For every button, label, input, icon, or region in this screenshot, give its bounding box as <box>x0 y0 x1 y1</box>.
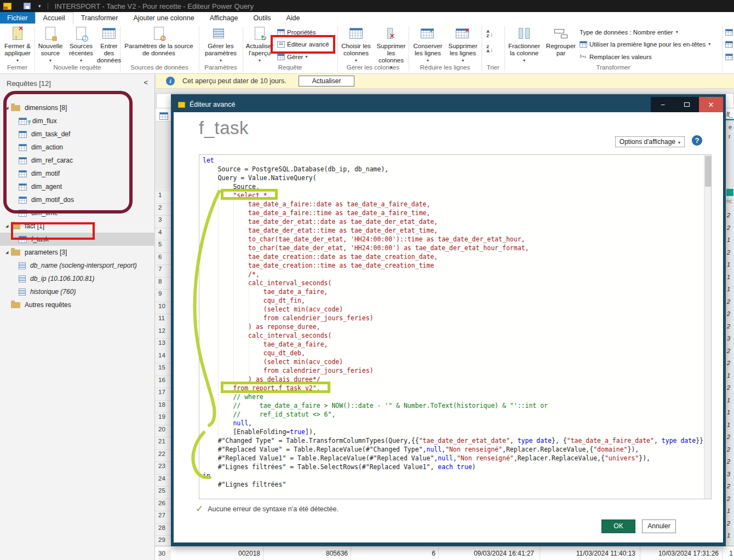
code-scrollbar[interactable] <box>704 155 711 499</box>
properties-button[interactable]: Propriétés <box>277 26 316 38</box>
manage-parameters-button[interactable]: Gérer les paramètres▾ <box>200 25 241 64</box>
sidebar-item-db_name[interactable]: db_name (socleng-intersport_report) <box>0 259 155 272</box>
new-source-button[interactable]: Nouvelle source▾ <box>36 25 65 64</box>
save-icon[interactable] <box>24 3 31 9</box>
ok-button[interactable]: OK <box>601 519 635 533</box>
cancel-button[interactable]: Annuler <box>642 519 676 533</box>
manage-button[interactable]: Gérer▾ <box>277 51 307 62</box>
sidebar-item-dim_agent[interactable]: dim_agent <box>0 180 155 193</box>
minimize-button[interactable]: – <box>651 97 675 112</box>
sort-ascending-button[interactable]: AZ↓ <box>486 28 493 39</box>
tab-outils[interactable]: Outils <box>246 12 279 24</box>
code-line[interactable]: cqu_dt_deb, <box>203 349 711 357</box>
code-line[interactable]: #"Lignes filtrées" <box>203 480 711 489</box>
sort-descending-button[interactable]: ZA↓ <box>486 43 493 55</box>
code-line[interactable]: in <box>203 471 711 480</box>
code-line[interactable]: ) as reponse_duree, <box>203 322 711 331</box>
sidebar-group-Autres[interactable]: Autres requêtes <box>0 298 155 311</box>
sidebar-item-dim_task_def[interactable]: dim_task_def <box>0 128 155 141</box>
code-line[interactable]: // tae_date_a_faire > NOW()::date - '" &… <box>203 401 711 410</box>
tab-fichier[interactable]: Fichier <box>0 12 35 24</box>
code-line[interactable]: Query = Value.NativeQuery( <box>203 174 711 182</box>
tab-ajouter-colonne[interactable]: Ajouter une colonne <box>125 12 202 24</box>
code-line[interactable]: from calendrier_jours_feries) <box>203 314 711 322</box>
code-line[interactable]: tae_date_a_faire, <box>203 340 711 349</box>
code-line[interactable]: tae_date_der_etat::date as tae_date_der_… <box>203 217 711 226</box>
enter-data-button[interactable]: Entrer des données <box>98 25 121 64</box>
combine-files-button[interactable]: C <box>725 51 734 62</box>
quick-access-dropdown-icon[interactable]: ▾ <box>38 3 41 9</box>
sidebar-item-dim_motif[interactable]: dim_motif <box>0 167 155 180</box>
code-line[interactable]: tae_date_creation::date as tae_date_crea… <box>203 252 711 261</box>
code-line[interactable]: tae_date_der_etat::time as tae_date_der_… <box>203 226 711 235</box>
data-source-settings-button[interactable]: ⚙ Paramètres de la source de données <box>122 25 196 57</box>
code-line[interactable]: Source = PostgreSQL.Database(db_ip, db_n… <box>203 165 711 174</box>
keep-rows-button[interactable]: ✓ Conserver les lignes▾ <box>411 25 445 64</box>
sidebar-item-dim_flux[interactable]: ?dim_flux <box>0 114 155 128</box>
refresh-banner-button[interactable]: Actualiser <box>299 76 355 86</box>
sidebar-item-historique[interactable]: historique (760) <box>0 285 155 298</box>
code-line[interactable]: #"Replaced Value" = Table.ReplaceValue(#… <box>203 445 711 454</box>
code-line[interactable]: ) as delais_duree*/ <box>203 375 711 384</box>
code-line[interactable]: #"Lignes filtrées" = Table.SelectRows(#"… <box>203 463 711 471</box>
group-by-button[interactable]: Regrouper par <box>544 25 578 57</box>
code-line[interactable]: "select *, <box>203 191 711 200</box>
data-type-button[interactable]: Type de données : Nombre entier▾ <box>580 26 678 38</box>
sidebar-item-f_task[interactable]: f_task <box>0 233 155 246</box>
code-line[interactable]: from calendrier_jours_feries) <box>203 366 711 375</box>
sidebar-group-dimensions[interactable]: ◢dimensions [8] <box>0 101 155 114</box>
expander-icon[interactable]: ◢ <box>5 250 11 255</box>
code-line[interactable]: (select min(acv_code) <box>203 305 711 314</box>
sidebar-item-dim_action[interactable]: dim_action <box>0 141 155 154</box>
advanced-editor-button[interactable]: Éditeur avancé <box>277 38 329 50</box>
code-line[interactable]: cqu_dt_fin, <box>203 296 711 305</box>
code-editor[interactable]: let Source = PostgreSQL.Database(db_ip, … <box>199 154 712 499</box>
merge-queries-button[interactable]: F <box>725 26 734 38</box>
code-line[interactable]: null, <box>203 419 711 428</box>
refresh-preview-button[interactable]: ↻ Actualiser l'aperçu▾ <box>244 25 275 64</box>
code-line[interactable]: Source, <box>203 182 711 191</box>
collapse-pane-icon[interactable]: < <box>144 78 148 86</box>
tab-affichage[interactable]: Affichage <box>202 12 246 24</box>
code-line[interactable]: tae_date_a_faire::time as tae_date_a_fai… <box>203 209 711 217</box>
remove-rows-button[interactable]: ✕ Supprimer les lignes▾ <box>446 25 480 64</box>
expander-icon[interactable]: ◢ <box>5 224 11 228</box>
code-line[interactable]: calc_interval_seconds( <box>203 279 711 287</box>
tab-aide[interactable]: Aide <box>278 12 307 24</box>
sidebar-item-dim_time[interactable]: dim_time <box>0 206 155 220</box>
close-button[interactable]: ✕ <box>699 97 723 112</box>
help-icon[interactable]: ? <box>692 135 702 146</box>
code-line[interactable]: to_char(tae_date_der_etat, 'HH24:00:00')… <box>203 244 711 252</box>
code-line[interactable]: (select min(acv_code) <box>203 357 711 366</box>
code-line[interactable]: tae_date_a_faire, <box>203 287 711 296</box>
close-apply-button[interactable]: ✕↑ Fermer & appliquer▾ <box>1 25 34 64</box>
code-line[interactable]: /*, <box>203 270 711 279</box>
scrollbar-thumb[interactable] <box>705 156 711 187</box>
code-line[interactable]: // where <box>203 392 711 401</box>
sidebar-group-parameters[interactable]: ◢parameters [3] <box>0 246 155 259</box>
sidebar-group-fact[interactable]: ◢fact [1] <box>0 220 155 233</box>
tab-transformer[interactable]: Transformer <box>73 12 126 24</box>
select-all-corner-icon[interactable] <box>159 112 168 120</box>
code-line[interactable]: to_char(tae_date_der_etat, 'HH24:00:00')… <box>203 235 711 244</box>
tab-accueil[interactable]: Accueil <box>35 12 73 24</box>
code-line[interactable]: calc_interval_seconds( <box>203 331 711 340</box>
sidebar-item-dim_motif_dos[interactable]: dim_motif_dos <box>0 193 155 206</box>
first-row-headers-button[interactable]: Utiliser la première ligne pour les en-t… <box>580 38 710 50</box>
choose-columns-button[interactable]: Choisir les colonnes▾ <box>340 25 372 64</box>
code-line[interactable]: from report.f_task_v2", <box>203 384 711 392</box>
replace-values-button[interactable]: 1⤷₂ Remplacer les valeurs <box>580 51 652 62</box>
code-line[interactable]: #"Replaced Value1" = Table.ReplaceValue(… <box>203 454 711 463</box>
display-options-dropdown[interactable]: Options d'affichage▾ <box>615 136 685 147</box>
sidebar-item-dim_ref_carac[interactable]: dim_ref_carac <box>0 154 155 167</box>
code-line[interactable]: tae_date_creation::time as tae_date_crea… <box>203 261 711 270</box>
code-line[interactable]: tae_date_a_faire::date as tae_date_a_fai… <box>203 200 711 209</box>
append-queries-button[interactable]: A <box>725 38 734 50</box>
code-line[interactable]: #"Changed Type" = Table.TransformColumnT… <box>203 436 711 445</box>
sidebar-item-db_ip[interactable]: db_ip (10.106.100.81) <box>0 272 155 285</box>
code-line[interactable]: // ref_id_statut <> 6", <box>203 410 711 419</box>
split-column-button[interactable]: Fractionner la colonne▾ <box>507 25 542 64</box>
code-line[interactable]: let <box>203 156 711 165</box>
expander-icon[interactable]: ◢ <box>5 106 11 110</box>
code-line[interactable]: [EnableFolding=true]), <box>203 428 711 436</box>
